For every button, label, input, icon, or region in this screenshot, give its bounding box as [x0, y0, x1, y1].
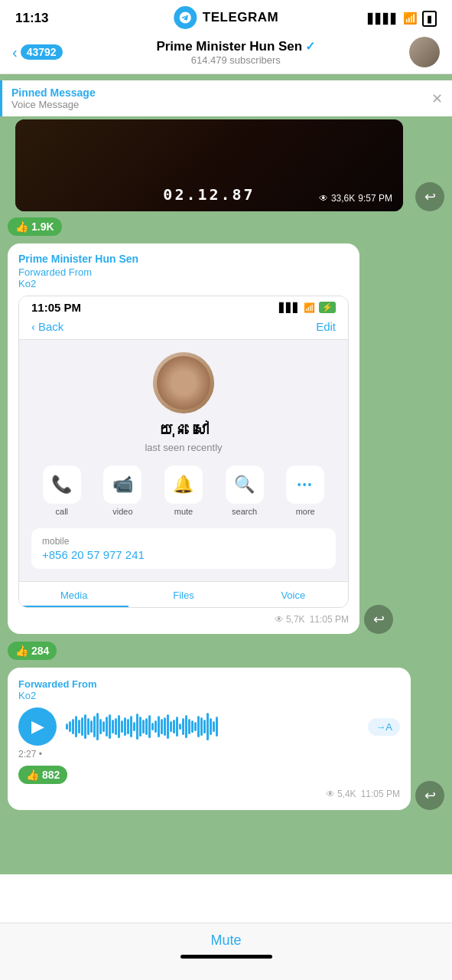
mute-icon: 🔔 — [164, 466, 203, 504]
nav-bar: ‹ 43792 Prime Minister Hun Sen ✓ 614.479… — [0, 34, 452, 74]
inner-nav: ‹ Back Edit — [19, 317, 348, 340]
reaction-in-bubble: 👍 882 — [18, 766, 400, 784]
inner-profile: យុន សៅ last seen recently 📞 call 📹 video — [19, 340, 348, 581]
telegram-header: TELEGRAM — [174, 3, 278, 34]
more-action[interactable]: ••• more — [286, 466, 324, 516]
eye-icon: 👁 — [319, 193, 328, 204]
inner-tabs: Media Files Voice — [19, 581, 348, 607]
subscriber-count: 614.479 subscribers — [72, 54, 400, 66]
bottom-bar: Mute — [0, 923, 452, 980]
forward-bubble-button-1[interactable]: ↩ — [364, 605, 393, 634]
reaction-count-3: 882 — [42, 769, 60, 781]
home-indicator — [180, 955, 272, 959]
pinned-message-bar[interactable]: Pinned Message Voice Message ✕ — [0, 80, 452, 116]
forward-voice-button[interactable]: ↩ — [415, 781, 444, 810]
waveform — [66, 713, 359, 740]
inner-phone-screenshot: 11:05 PM ▋▋▋ 📶 ⚡ ‹ Back Edit — [18, 296, 349, 608]
transcribe-label: →A — [376, 721, 392, 733]
inner-battery-icon: ⚡ — [319, 302, 336, 313]
msg-views-1: 👁 5,7K — [275, 614, 305, 625]
forwarded-label: Forwarded From — [18, 266, 349, 278]
reaction-count-1: 1.9K — [31, 220, 54, 233]
phone-number[interactable]: +856 20 57 977 241 — [42, 548, 325, 561]
more-label: more — [296, 507, 315, 516]
channel-avatar[interactable] — [409, 37, 440, 67]
inner-time: 11:05 PM — [31, 301, 81, 314]
call-icon: 📞 — [43, 466, 81, 504]
telegram-logo — [174, 6, 197, 29]
video-label: video — [112, 507, 132, 516]
eye-icon-voice: 👁 — [326, 789, 335, 799]
pinned-content: Voice Message — [11, 99, 421, 110]
verified-badge: ✓ — [305, 39, 315, 54]
tab-files[interactable]: Files — [128, 582, 238, 607]
pinned-label: Pinned Message — [11, 87, 421, 99]
more-icon: ••• — [286, 466, 324, 504]
search-icon: 🔍 — [226, 466, 264, 504]
status-bar: 11:13 TELEGRAM ▋▋▋▋ 📶 ▮ — [0, 0, 452, 34]
battery-icon: ▮ — [422, 11, 437, 27]
search-action[interactable]: 🔍 search — [226, 466, 264, 516]
voice-views: 👁 5,4K — [326, 789, 356, 799]
inner-action-buttons: 📞 call 📹 video 🔔 mute 🔍 — [31, 462, 336, 522]
reaction-badge-3[interactable]: 👍 882 — [18, 766, 67, 784]
play-button[interactable]: ▶ — [18, 707, 57, 746]
message-bubble-1: Prime Minister Hun Sen Forwarded From Ko… — [8, 243, 359, 634]
thumbs-up-emoji-2: 👍 — [15, 645, 28, 657]
voice-time: 11:05 PM — [361, 789, 400, 799]
voice-message-row: Forwarded From Ko2 ▶ — [8, 668, 444, 810]
voice-message-meta: 👁 5,4K 11:05 PM — [18, 789, 400, 799]
video-icon: 📹 — [103, 466, 141, 504]
signal-icon: ▋▋▋▋ — [368, 13, 398, 24]
inner-status-bar: 11:05 PM ▋▋▋ 📶 ⚡ — [19, 296, 348, 317]
mobile-label: mobile — [42, 536, 325, 547]
voice-duration: 2:27 • — [18, 749, 400, 760]
message-bubble-row-1: Prime Minister Hun Sen Forwarded From Ko… — [8, 243, 444, 634]
inner-signal-icon: ▋▋▋ — [279, 302, 300, 313]
inner-profile-status: last seen recently — [145, 442, 222, 453]
call-label: call — [56, 507, 69, 516]
telegram-title: TELEGRAM — [203, 10, 278, 25]
close-icon[interactable]: ✕ — [431, 90, 443, 107]
message-meta-1: 👁 5,7K 11:05 PM — [18, 614, 349, 625]
video-action[interactable]: 📹 video — [103, 466, 141, 516]
nav-back[interactable]: ‹ 43792 — [12, 44, 63, 61]
reaction-badge-2[interactable]: 👍 284 — [8, 642, 57, 660]
reaction-count-2: 284 — [31, 645, 49, 657]
search-label: search — [232, 507, 257, 516]
mute-button[interactable]: Mute — [210, 933, 241, 948]
mute-action[interactable]: 🔔 mute — [164, 466, 203, 516]
video-date-overlay: 02.12.87 — [163, 185, 255, 204]
inner-edit-button[interactable]: Edit — [316, 320, 336, 333]
tab-voice[interactable]: Voice — [239, 582, 348, 607]
inner-status-icons: ▋▋▋ 📶 ⚡ — [279, 302, 336, 313]
call-action[interactable]: 📞 call — [43, 466, 81, 516]
inner-profile-name: យុន សៅ — [158, 421, 209, 439]
status-time: 11:13 — [15, 11, 48, 26]
reaction-badge-1[interactable]: 👍 1.9K — [8, 217, 62, 236]
inner-back[interactable]: ‹ Back — [31, 320, 63, 333]
forwarded-source: Ko2 — [18, 278, 349, 289]
inner-wifi-icon: 📶 — [304, 302, 315, 313]
video-meta: 👁 33,6K 9:57 PM — [319, 193, 392, 204]
forward-video-button[interactable]: ↩ — [415, 182, 444, 211]
video-time: 9:57 PM — [358, 193, 392, 204]
mute-label: mute — [174, 507, 193, 516]
transcribe-button[interactable]: →A — [368, 718, 400, 736]
wifi-icon: 📶 — [403, 11, 418, 25]
inner-avatar — [153, 352, 214, 413]
msg-time-1: 11:05 PM — [310, 614, 349, 625]
back-badge[interactable]: 43792 — [21, 44, 63, 60]
video-views: 33,6K — [331, 193, 355, 204]
contact-info-card: mobile +856 20 57 977 241 — [31, 528, 336, 569]
voice-player: ▶ — [18, 707, 400, 746]
tab-media[interactable]: Media — [19, 582, 128, 607]
video-thumbnail[interactable]: 02.12.87 👁 33,6K 9:57 PM — [15, 119, 403, 211]
thumbs-up-emoji-1: 👍 — [15, 220, 28, 233]
channel-name[interactable]: Prime Minister Hun Sen ✓ — [72, 39, 400, 54]
voice-forwarded-label: Forwarded From — [18, 678, 400, 690]
status-icons: ▋▋▋▋ 📶 ▮ — [368, 11, 437, 27]
forwarded-channel: Prime Minister Hun Sen — [18, 253, 349, 265]
back-arrow-icon[interactable]: ‹ — [12, 44, 18, 61]
thumbs-up-emoji-3: 👍 — [26, 769, 39, 781]
